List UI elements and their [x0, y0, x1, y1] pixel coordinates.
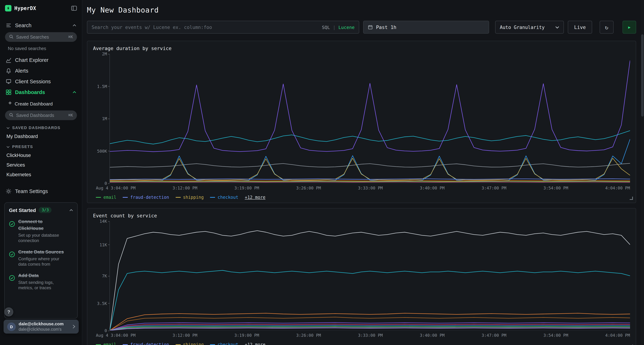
preset-item-services[interactable]: Services — [4, 160, 78, 170]
chevron-up-icon — [73, 24, 76, 26]
legend-more-link[interactable]: +12 more — [245, 195, 266, 200]
chart-canvas — [110, 221, 630, 330]
x-tick-label: 3:26:00 PM — [296, 186, 321, 191]
preset-item-clickhouse[interactable]: ClickHouse — [4, 150, 78, 160]
dashboards-grid-icon — [6, 89, 12, 95]
x-tick-label: Aug 4 3:04:00 PM — [96, 333, 136, 338]
legend-item-email[interactable]: email — [96, 342, 116, 345]
x-tick-label: 3:40:00 PM — [420, 333, 445, 338]
presets-heading[interactable]: PRESETS — [4, 141, 78, 150]
saved-dashboards-placeholder: Saved Dashboards — [16, 113, 54, 118]
legend-item-fraud-detection[interactable]: fraud-detection — [123, 195, 169, 200]
live-button[interactable]: Live — [568, 21, 592, 34]
y-tick-label: 1.5M — [97, 84, 110, 89]
scrollbar-thumb[interactable] — [641, 34, 644, 117]
time-range-value: Past 1h — [376, 24, 396, 30]
x-tick-label: 4:04:00 PM — [605, 333, 630, 338]
series-line-shipping — [110, 158, 630, 180]
legend-more-link[interactable]: +12 more — [245, 342, 266, 345]
help-button[interactable]: ? — [4, 308, 13, 317]
run-query-button[interactable]: ▶ — [622, 21, 636, 34]
y-tick-label: 7K — [102, 274, 110, 279]
user-team: dale@clickhouse.com's — [18, 327, 64, 332]
refresh-button[interactable]: ↻ — [600, 21, 614, 34]
check-circle-icon — [9, 251, 15, 257]
legend-dash — [96, 344, 101, 345]
shortcut-badge: ⌘K — [68, 113, 73, 118]
sidebar-item-label: Chart Explorer — [15, 57, 48, 63]
sidebar-item-alerts[interactable]: Alerts — [4, 65, 78, 76]
series-line-checkout — [110, 139, 630, 181]
chevron-up-icon — [70, 209, 73, 211]
sidebar-item-chart-explorer[interactable]: Chart Explorer — [4, 55, 78, 65]
user-name: dale@clickhouse.com — [18, 322, 64, 327]
granularity-value: Auto Granularity — [500, 24, 544, 30]
series-line-other-gray — [110, 163, 630, 167]
create-dashboard-label: Create Dashboard — [15, 101, 52, 106]
brand-name[interactable]: HyperDX — [14, 5, 36, 11]
y-tick-label: 1M — [102, 116, 110, 121]
user-menu[interactable]: D dale@clickhouse.com dale@clickhouse.co… — [4, 320, 79, 334]
saved-searches-input[interactable]: Saved Searches ⌘K — [5, 32, 77, 42]
create-dashboard-button[interactable]: Create Dashboard — [4, 98, 78, 109]
preset-item-kubernetes[interactable]: Kubernetes — [4, 170, 78, 179]
panel-average-duration: Average duration by service 0500K1M1.5M2… — [87, 41, 636, 203]
legend-item-fraud-detection[interactable]: fraud-detection — [123, 342, 169, 345]
chart-explorer-icon — [6, 57, 12, 63]
language-toggle-sql[interactable]: SQL — [322, 24, 330, 30]
avatar: D — [7, 322, 16, 331]
language-toggle-lucene[interactable]: Lucene — [338, 24, 354, 30]
time-range-picker[interactable]: Past 1h — [363, 21, 489, 34]
get-started-progress-badge: 3/3 — [39, 207, 52, 213]
series-line-series-white — [110, 231, 630, 330]
shortcut-badge: ⌘K — [68, 35, 73, 39]
check-circle-icon — [9, 221, 15, 227]
sidebar-section-search[interactable]: Search — [4, 20, 78, 31]
chart-legend: emailfraud-detectionshippingcheckout+12 … — [96, 191, 630, 201]
x-tick-label: 3:40:00 PM — [420, 186, 445, 191]
search-icon — [9, 112, 14, 118]
x-tick-label: Aug 4 3:04:00 PM — [96, 186, 136, 191]
sidebar-item-client-sessions[interactable]: Client Sessions — [4, 76, 78, 87]
panel-resize-handle[interactable] — [630, 197, 633, 200]
sidebar-item-dashboards[interactable]: Dashboards — [4, 87, 78, 98]
sidebar-item-team-settings[interactable]: Team Settings — [4, 186, 78, 197]
hyperdx-logo[interactable] — [5, 5, 12, 11]
chart-canvas — [110, 54, 630, 183]
plot-area — [110, 221, 630, 331]
legend-item-checkout[interactable]: checkout — [210, 342, 238, 345]
saved-dashboards-heading-label: SAVED DASHBOARDS — [12, 125, 60, 130]
chart-title: Event count by service — [93, 213, 630, 219]
get-started-header[interactable]: Get Started 3/3 — [9, 207, 73, 213]
chevron-down-icon — [555, 26, 559, 28]
event-search-placeholder: Search your events w/ Lucene ex. column:… — [92, 24, 212, 30]
legend-item-shipping[interactable]: shipping — [176, 195, 204, 200]
legend-dash — [210, 344, 215, 345]
event-search-input[interactable]: Search your events w/ Lucene ex. column:… — [87, 21, 359, 34]
dashboard-controls: Search your events w/ Lucene ex. column:… — [87, 21, 636, 34]
monitor-icon — [6, 79, 12, 84]
legend-item-shipping[interactable]: shipping — [176, 342, 204, 345]
get-started-step[interactable]: Add Data Start sending logs, metrics, or… — [9, 272, 73, 291]
step-title: Connect to ClickHouse — [18, 219, 44, 231]
get-started-step[interactable]: Connect to ClickHouse Set up your databa… — [9, 218, 73, 244]
get-started-step[interactable]: Create Data Sources Configure where your… — [9, 249, 73, 267]
team-settings-label: Team Settings — [15, 188, 48, 194]
legend-item-checkout[interactable]: checkout — [210, 195, 238, 200]
series-line-other-orange — [110, 181, 630, 181]
bell-icon — [6, 68, 12, 74]
saved-dashboards-heading[interactable]: SAVED DASHBOARDS — [4, 122, 78, 132]
saved-dashboards-input[interactable]: Saved Dashboards ⌘K — [5, 110, 77, 120]
get-started-title: Get Started — [9, 207, 36, 213]
series-line-series-cyan — [110, 271, 630, 331]
dashboard-item-my-dashboard[interactable]: My Dashboard — [4, 132, 78, 141]
saved-searches-placeholder: Saved Searches — [16, 34, 49, 39]
chevron-down-icon — [6, 144, 10, 149]
sidebar: HyperDX Search Saved Searches ⌘K No save… — [0, 0, 82, 345]
check-circle-icon — [9, 275, 15, 281]
legend-item-email[interactable]: email — [96, 195, 116, 200]
granularity-select[interactable]: Auto Granularity — [495, 21, 564, 34]
collapse-sidebar-icon[interactable] — [71, 6, 77, 11]
no-saved-searches-text: No saved searches — [4, 44, 78, 55]
step-desc: Start sending logs, metrics, or traces — [18, 280, 64, 291]
